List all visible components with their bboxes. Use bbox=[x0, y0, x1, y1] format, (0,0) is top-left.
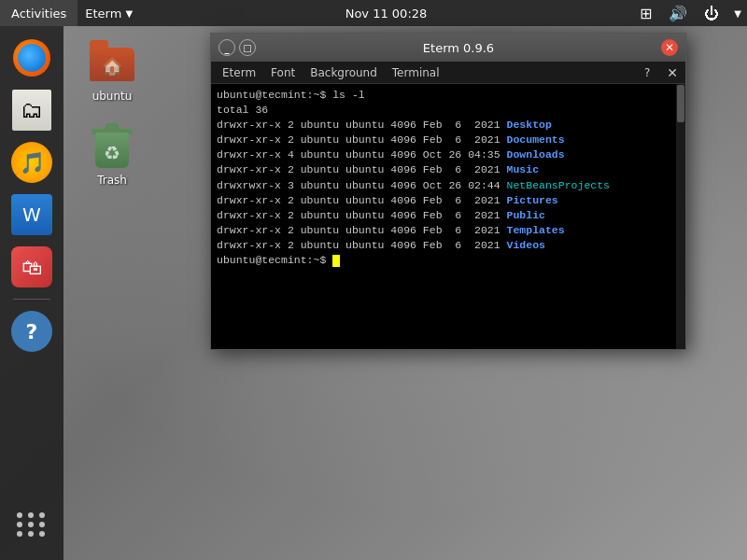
dock-item-rhythmbox[interactable]: 🎵 bbox=[7, 138, 56, 187]
writer-icon: W bbox=[11, 194, 52, 235]
network-button[interactable]: ⊞ bbox=[632, 0, 659, 26]
term-line-5: drwxr-xr-x 4 ubuntu ubuntu 4096 Oct 26 0… bbox=[217, 147, 682, 162]
volume-button[interactable]: 🔊 bbox=[661, 0, 695, 26]
system-menu-button[interactable]: ▼ bbox=[728, 0, 747, 26]
term-line-9: drwxr-xr-x 2 ubuntu ubuntu 4096 Feb 6 20… bbox=[217, 208, 682, 223]
desktop-icon-area: 🏠 ubuntu ♻ Trash bbox=[75, 37, 149, 187]
terminal-titlebar: _ □ Eterm 0.9.6 ✕ bbox=[211, 34, 685, 62]
term-line-10: drwxr-xr-x 2 ubuntu ubuntu 4096 Feb 6 20… bbox=[217, 223, 682, 238]
terminal-title: Eterm 0.9.6 bbox=[260, 41, 657, 55]
desktop-icon-trash[interactable]: ♻ Trash bbox=[75, 121, 149, 187]
help-icon: ? bbox=[11, 311, 52, 352]
term-line-6: drwxr-xr-x 2 ubuntu ubuntu 4096 Feb 6 20… bbox=[217, 162, 682, 177]
firefox-icon bbox=[13, 39, 50, 77]
datetime-label: Nov 11 00:28 bbox=[345, 7, 428, 21]
dock-item-appcenter[interactable]: 🛍 bbox=[7, 243, 56, 291]
activities-button[interactable]: Activities bbox=[0, 0, 78, 26]
dock-item-help[interactable]: ? bbox=[7, 307, 56, 356]
term-line-7: drwxrwxr-x 3 ubuntu ubuntu 4096 Oct 26 0… bbox=[217, 178, 682, 193]
maximize-button[interactable]: □ bbox=[239, 39, 256, 56]
panel-right-icons: ⊞ 🔊 ⏻ ▼ bbox=[632, 0, 747, 26]
terminal-menubar: Eterm Font Background Terminal ? ✕ bbox=[211, 62, 685, 84]
desktop: Activities Eterm ▼ Nov 11 00:28 ⊞ 🔊 ⏻ ▼ bbox=[0, 0, 747, 560]
app-name-arrow-icon: ▼ bbox=[125, 8, 133, 19]
term-line-12: ubuntu@tecmint:~$ bbox=[217, 253, 682, 268]
dropdown-arrow-icon: ▼ bbox=[734, 8, 741, 19]
trash-body: ♻ bbox=[95, 133, 129, 168]
terminal-cursor bbox=[332, 255, 340, 267]
volume-icon: 🔊 bbox=[669, 5, 687, 22]
term-line-3: drwxr-xr-x 2 ubuntu ubuntu 4096 Feb 6 20… bbox=[217, 118, 682, 133]
term-line-2: total 36 bbox=[217, 103, 682, 118]
menu-terminal[interactable]: Terminal bbox=[385, 62, 447, 83]
menu-help-button[interactable]: ? bbox=[639, 66, 655, 79]
term-line-4: drwxr-xr-x 2 ubuntu ubuntu 4096 Feb 6 20… bbox=[217, 133, 682, 147]
trash-label: Trash bbox=[97, 174, 127, 187]
menu-font[interactable]: Font bbox=[263, 62, 303, 83]
minimize-button[interactable]: _ bbox=[218, 39, 235, 56]
term-line-8: drwxr-xr-x 2 ubuntu ubuntu 4096 Feb 6 20… bbox=[217, 193, 682, 208]
term-line-1: ubuntu@tecmint:~$ ls -l bbox=[217, 88, 682, 103]
dock-separator bbox=[13, 299, 50, 300]
trash-icon-img: ♻ bbox=[88, 121, 136, 170]
desktop-icon-ubuntu-home[interactable]: 🏠 ubuntu bbox=[75, 37, 149, 103]
dock-item-firefox[interactable] bbox=[7, 34, 56, 82]
app-name-label: Eterm bbox=[85, 7, 121, 21]
power-button[interactable]: ⏻ bbox=[697, 0, 726, 26]
dock: 🗂 🎵 W 🛍 ? bbox=[0, 26, 63, 560]
files-icon: 🗂 bbox=[12, 90, 51, 131]
home-folder-icon: 🏠 bbox=[90, 42, 134, 81]
top-panel: Activities Eterm ▼ Nov 11 00:28 ⊞ 🔊 ⏻ ▼ bbox=[0, 0, 747, 26]
dock-item-writer[interactable]: W bbox=[7, 190, 56, 239]
home-symbol-icon: 🏠 bbox=[102, 56, 122, 76]
power-icon: ⏻ bbox=[704, 5, 719, 22]
terminal-body[interactable]: ubuntu@tecmint:~$ ls -l total 36 drwxr-x… bbox=[211, 84, 685, 349]
home-folder-icon-img: 🏠 bbox=[88, 37, 136, 86]
trash-icon: ♻ bbox=[92, 123, 133, 168]
close-button[interactable]: ✕ bbox=[661, 39, 678, 56]
show-apps-button[interactable] bbox=[7, 500, 56, 549]
terminal-scrollbar[interactable] bbox=[676, 84, 685, 349]
menu-close-button[interactable]: ✕ bbox=[663, 65, 682, 80]
appcenter-icon: 🛍 bbox=[11, 246, 52, 287]
menu-background[interactable]: Background bbox=[303, 62, 385, 83]
panel-app-name[interactable]: Eterm ▼ bbox=[78, 0, 140, 26]
terminal-menu-right: ? ✕ bbox=[639, 65, 682, 80]
dots-grid-icon bbox=[17, 512, 47, 537]
recycle-icon: ♻ bbox=[104, 142, 120, 164]
term-line-11: drwxr-xr-x 2 ubuntu ubuntu 4096 Feb 6 20… bbox=[217, 238, 682, 253]
music-icon: 🎵 bbox=[11, 142, 52, 183]
panel-clock: Nov 11 00:28 bbox=[140, 7, 632, 21]
scrollbar-thumb[interactable] bbox=[677, 85, 684, 122]
ubuntu-home-label: ubuntu bbox=[92, 90, 133, 103]
network-icon: ⊞ bbox=[640, 5, 652, 22]
menu-eterm[interactable]: Eterm bbox=[215, 62, 263, 83]
terminal-window: _ □ Eterm 0.9.6 ✕ Eterm Font Background … bbox=[210, 33, 686, 350]
dock-item-files[interactable]: 🗂 bbox=[7, 86, 56, 134]
